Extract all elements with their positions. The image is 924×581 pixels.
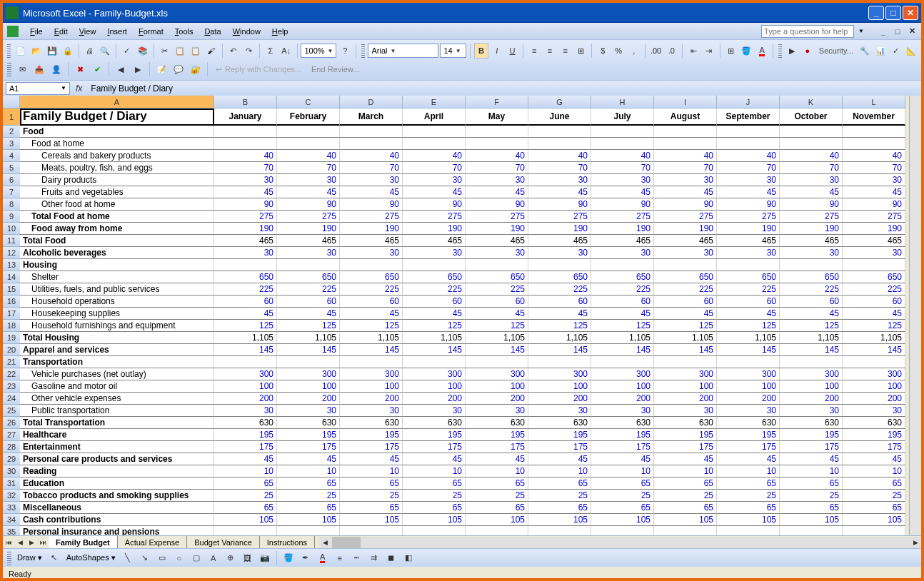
- 3d-style-icon[interactable]: ◧: [401, 550, 416, 566]
- cell-D22[interactable]: 300: [340, 368, 403, 380]
- column-header-H[interactable]: H: [591, 96, 654, 108]
- cell-J5[interactable]: 70: [717, 162, 780, 174]
- row-header-18[interactable]: 18: [3, 320, 20, 332]
- row-header-1[interactable]: 1: [3, 108, 20, 126]
- cell-K25[interactable]: 30: [780, 405, 843, 417]
- toolbar-grip[interactable]: [778, 44, 782, 58]
- cell-C22[interactable]: 300: [277, 368, 340, 380]
- cell-C6[interactable]: 30: [277, 174, 340, 186]
- decrease-indent-icon[interactable]: ⇤: [686, 43, 700, 59]
- cell-C27[interactable]: 195: [277, 429, 340, 441]
- cell-J23[interactable]: 100: [717, 380, 780, 393]
- cell-B12[interactable]: 30: [214, 247, 277, 259]
- autoshapes-button[interactable]: AutoShapes ▾: [64, 553, 119, 562]
- cell-G10[interactable]: 190: [528, 223, 591, 235]
- new-file-icon[interactable]: 📄: [14, 43, 28, 59]
- cell-I31[interactable]: 65: [654, 478, 717, 490]
- cell-L3[interactable]: [843, 138, 905, 150]
- cell-I12[interactable]: 30: [654, 247, 717, 259]
- cell-G2[interactable]: [528, 126, 591, 138]
- cell-D30[interactable]: 10: [340, 465, 403, 478]
- arrow-style-icon[interactable]: ⇉: [366, 550, 382, 566]
- shadow-style-icon[interactable]: ◼: [383, 550, 399, 566]
- cell-L9[interactable]: 275: [843, 211, 905, 223]
- cell-K35[interactable]: [780, 526, 843, 535]
- cell-K3[interactable]: [780, 138, 843, 150]
- save-icon[interactable]: 💾: [45, 43, 59, 59]
- cell-A11[interactable]: Total Food: [20, 235, 214, 247]
- menu-help[interactable]: Help: [266, 26, 294, 37]
- cell-H32[interactable]: 25: [591, 490, 654, 502]
- cell-K4[interactable]: 40: [780, 150, 843, 162]
- cell-K5[interactable]: 70: [780, 162, 843, 174]
- protect-icon[interactable]: 🔐: [188, 61, 204, 77]
- toolbar-grip[interactable]: [7, 551, 11, 565]
- cell-K17[interactable]: 45: [780, 308, 843, 320]
- cell-K33[interactable]: 65: [780, 502, 843, 514]
- arrow-right-icon[interactable]: ▶: [785, 43, 799, 59]
- cell-F32[interactable]: 25: [466, 490, 528, 502]
- cell-B13[interactable]: [214, 259, 277, 271]
- cell-I5[interactable]: 70: [654, 162, 717, 174]
- prev-change-icon[interactable]: ◀: [113, 61, 129, 77]
- cell-E26[interactable]: 630: [403, 417, 466, 429]
- cell-G12[interactable]: 30: [528, 247, 591, 259]
- row-header-35[interactable]: 35: [3, 526, 20, 535]
- security-button[interactable]: Security...: [816, 46, 856, 55]
- cell-A20[interactable]: Apparel and services: [20, 344, 214, 356]
- cell-F22[interactable]: 300: [466, 368, 528, 380]
- paste-icon[interactable]: 📋: [189, 43, 203, 59]
- cell-B17[interactable]: 45: [214, 308, 277, 320]
- cell-E35[interactable]: [403, 526, 466, 535]
- cell-D33[interactable]: 65: [340, 502, 403, 514]
- cell-A3[interactable]: Food at home: [20, 138, 214, 150]
- cell-L34[interactable]: 105: [843, 514, 905, 526]
- cell-H14[interactable]: 650: [591, 271, 654, 283]
- cell-B31[interactable]: 65: [214, 478, 277, 490]
- cell-C19[interactable]: 1,105: [277, 332, 340, 344]
- cell-J25[interactable]: 30: [717, 405, 780, 417]
- cell-B16[interactable]: 60: [214, 295, 277, 308]
- cell-B21[interactable]: [214, 356, 277, 368]
- cell-K22[interactable]: 300: [780, 368, 843, 380]
- cell-B2[interactable]: [214, 126, 277, 138]
- cell-I16[interactable]: 60: [654, 295, 717, 308]
- line-style-icon[interactable]: ≡: [332, 550, 348, 566]
- cell-C1[interactable]: February: [277, 108, 340, 126]
- cell-H13[interactable]: [591, 259, 654, 271]
- cell-K32[interactable]: 25: [780, 490, 843, 502]
- cell-L27[interactable]: 195: [843, 429, 905, 441]
- vertical-scrollbar[interactable]: [909, 96, 921, 535]
- cell-A21[interactable]: Transportation: [20, 356, 214, 368]
- cell-F20[interactable]: 145: [466, 344, 528, 356]
- cell-F16[interactable]: 60: [466, 295, 528, 308]
- cell-F7[interactable]: 45: [466, 186, 528, 198]
- cell-K12[interactable]: 30: [780, 247, 843, 259]
- cell-D15[interactable]: 225: [340, 283, 403, 295]
- cell-G25[interactable]: 30: [528, 405, 591, 417]
- cell-C12[interactable]: 30: [277, 247, 340, 259]
- cell-D34[interactable]: 105: [340, 514, 403, 526]
- cell-L4[interactable]: 40: [843, 150, 905, 162]
- cell-H28[interactable]: 175: [591, 441, 654, 453]
- sort-asc-icon[interactable]: A↓: [279, 43, 293, 59]
- cell-J33[interactable]: 65: [717, 502, 780, 514]
- cell-D5[interactable]: 70: [340, 162, 403, 174]
- toolbar-grip[interactable]: [7, 62, 11, 76]
- minimize-button[interactable]: _: [868, 6, 884, 20]
- row-header-2[interactable]: 2: [3, 126, 20, 138]
- cell-B35[interactable]: [214, 526, 277, 535]
- comment-icon[interactable]: 💬: [171, 61, 186, 77]
- cell-H26[interactable]: 630: [591, 417, 654, 429]
- end-review-button[interactable]: End Review...: [307, 65, 363, 74]
- cell-C14[interactable]: 650: [277, 271, 340, 283]
- cell-C4[interactable]: 40: [277, 150, 340, 162]
- cell-D3[interactable]: [340, 138, 403, 150]
- column-header-D[interactable]: D: [340, 96, 403, 108]
- permission-icon[interactable]: 🔒: [61, 43, 75, 59]
- align-left-icon[interactable]: ≡: [527, 43, 541, 59]
- cell-H17[interactable]: 45: [591, 308, 654, 320]
- sheet-tab-family-budget[interactable]: Family Budget: [49, 536, 118, 548]
- cell-A35[interactable]: Personal insurance and pensions: [20, 526, 214, 535]
- cell-A29[interactable]: Personal care products and services: [20, 453, 214, 465]
